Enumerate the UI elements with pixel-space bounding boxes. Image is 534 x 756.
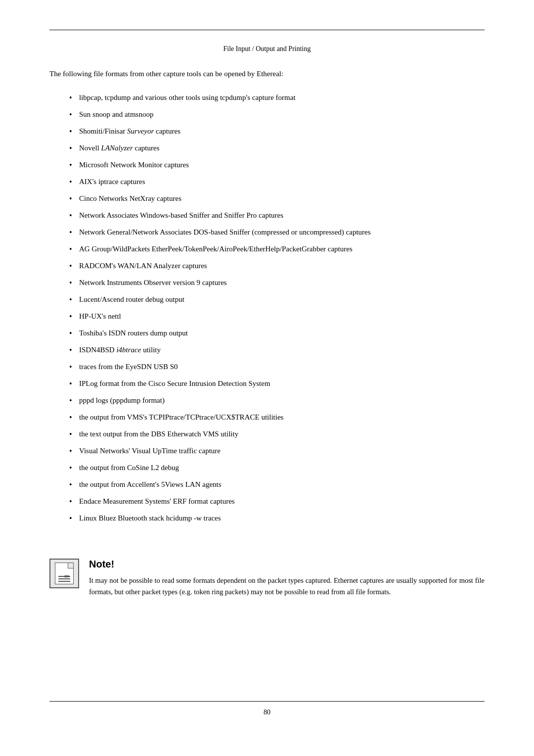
top-rule — [49, 30, 485, 30]
list-item: Linux Bluez Bluetooth stack hcidump -w t… — [69, 512, 485, 524]
list-item-text: AG Group/WildPackets EtherPeek/TokenPeek… — [79, 245, 353, 253]
list-item: pppd logs (pppdump format) — [69, 394, 485, 406]
list-item-text: the output from VMS's TCPIPtrace/TCPtrac… — [79, 413, 283, 421]
list-item: Visual Networks' Visual UpTime traffic c… — [69, 445, 485, 457]
list-item-text-after: captures — [154, 127, 180, 135]
list-item-text: pppd logs (pppdump format) — [79, 396, 165, 404]
note-box: ✏ Note! It may not be possible to read s… — [49, 559, 485, 598]
list-item-text: Network Associates Windows-based Sniffer… — [79, 211, 283, 219]
header-title: File Input / Output and Printing — [223, 45, 311, 52]
list-item-italic: i4btrace — [116, 346, 141, 354]
list-item-text: Network Instruments Observer version 9 c… — [79, 279, 227, 286]
list-item: the output from CoSine L2 debug — [69, 462, 485, 473]
list-item-text: Network General/Network Associates DOS-b… — [79, 228, 371, 236]
bullet-list: libpcap, tcpdump and various other tools… — [49, 92, 485, 529]
note-line — [58, 581, 70, 582]
list-item: Network General/Network Associates DOS-b… — [69, 226, 485, 238]
list-item-text-after: utility — [141, 346, 161, 354]
list-item: Shomiti/Finisar Surveyor captures — [69, 125, 485, 137]
list-item: HP-UX's nettl — [69, 310, 485, 322]
list-item-text: IPLog format from the Cisco Secure Intru… — [79, 379, 270, 387]
list-item-text: the output from Accellent's 5Views LAN a… — [79, 480, 222, 488]
pencil-icon: ✏ — [64, 572, 70, 581]
list-item-text: Lucent/Ascend router debug output — [79, 295, 184, 303]
list-item-text: Endace Measurement Systems' ERF format c… — [79, 497, 235, 505]
note-icon: ✏ — [49, 559, 79, 588]
list-item: the output from VMS's TCPIPtrace/TCPtrac… — [69, 411, 485, 423]
list-item: Sun snoop and atmsnoop — [69, 108, 485, 120]
list-item: IPLog format from the Cisco Secure Intru… — [69, 378, 485, 389]
list-item-text: RADCOM's WAN/LAN Analyzer captures — [79, 262, 207, 270]
page-header: File Input / Output and Printing — [49, 45, 485, 53]
page-number: 80 — [264, 709, 270, 716]
list-item: the output from Accellent's 5Views LAN a… — [69, 478, 485, 490]
list-item-text: libpcap, tcpdump and various other tools… — [79, 94, 296, 101]
note-title: Note! — [89, 559, 485, 570]
list-item: traces from the EyeSDN USB S0 — [69, 361, 485, 373]
note-text: It may not be possible to read some form… — [89, 575, 485, 598]
bottom-rule — [49, 701, 485, 702]
list-item: AIX's iptrace captures — [69, 176, 485, 188]
list-item: AG Group/WildPackets EtherPeek/TokenPeek… — [69, 243, 485, 255]
list-item: Network Associates Windows-based Sniffer… — [69, 209, 485, 221]
list-item-text-before: Shomiti/Finisar — [79, 127, 127, 135]
list-item-text: the text output from the DBS Etherwatch … — [79, 430, 238, 438]
list-item: Lucent/Ascend router debug output — [69, 293, 485, 305]
list-item-text: Visual Networks' Visual UpTime traffic c… — [79, 447, 221, 455]
list-item: Cinco Networks NetXray captures — [69, 192, 485, 204]
list-item-text: Sun snoop and atmsnoop — [79, 110, 153, 118]
list-item: Microsoft Network Monitor captures — [69, 159, 485, 171]
list-item: ISDN4BSD i4btrace utility — [69, 344, 485, 356]
intro-text: The following file formats from other ca… — [49, 68, 485, 80]
page-footer: 80 — [49, 709, 485, 716]
list-item: Network Instruments Observer version 9 c… — [69, 277, 485, 288]
list-item-text: Microsoft Network Monitor captures — [79, 161, 189, 169]
list-item-italic: Surveyor — [127, 127, 154, 135]
list-item-text: AIX's iptrace captures — [79, 178, 145, 186]
list-item-text: Linux Bluez Bluetooth stack hcidump -w t… — [79, 514, 221, 522]
list-item: libpcap, tcpdump and various other tools… — [69, 92, 485, 103]
list-item-text: Toshiba's ISDN routers dump output — [79, 329, 188, 337]
list-item-italic: LANalyzer — [101, 144, 133, 152]
list-item: Toshiba's ISDN routers dump output — [69, 327, 485, 339]
list-item-text: traces from the EyeSDN USB S0 — [79, 363, 178, 371]
list-item-text: HP-UX's nettl — [79, 312, 121, 320]
list-item: the text output from the DBS Etherwatch … — [69, 428, 485, 440]
list-item-text-before: Novell — [79, 144, 101, 152]
list-item-text-after: captures — [133, 144, 160, 152]
list-item-text: the output from CoSine L2 debug — [79, 464, 179, 472]
list-item-text-before: ISDN4BSD — [79, 346, 116, 354]
list-item: RADCOM's WAN/LAN Analyzer captures — [69, 260, 485, 272]
list-item: Novell LANalyzer captures — [69, 142, 485, 154]
list-item-text: Cinco Networks NetXray captures — [79, 194, 181, 202]
list-item: Endace Measurement Systems' ERF format c… — [69, 495, 485, 507]
note-document-icon: ✏ — [55, 563, 74, 584]
note-content: Note! It may not be possible to read som… — [89, 559, 485, 598]
